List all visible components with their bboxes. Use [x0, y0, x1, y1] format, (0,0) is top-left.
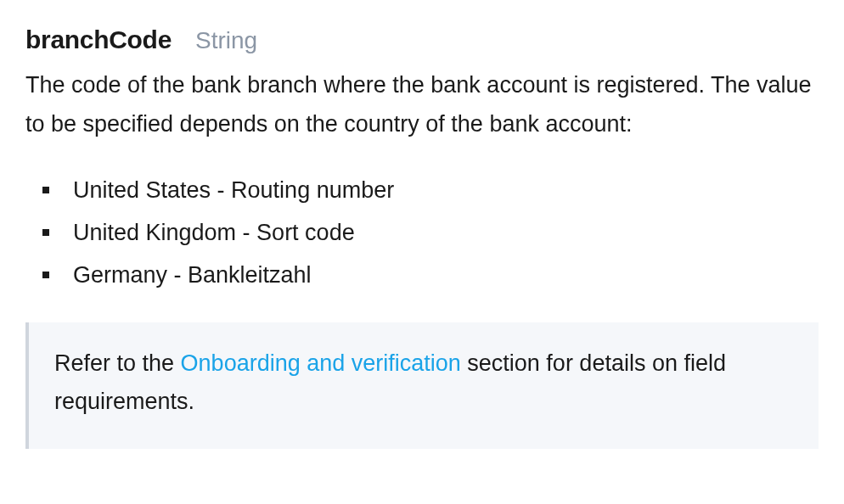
field-name: branchCode — [25, 25, 172, 54]
onboarding-verification-link[interactable]: Onboarding and verification — [181, 350, 461, 376]
list-item: United Kingdom - Sort code — [42, 212, 819, 255]
list-item: Germany - Bankleitzahl — [42, 255, 819, 297]
field-header: branchCode String — [25, 25, 819, 54]
field-description: The code of the bank branch where the ba… — [25, 66, 819, 144]
field-type: String — [195, 27, 257, 54]
list-item: United States - Routing number — [42, 170, 819, 212]
note-prefix-text: Refer to the — [54, 350, 181, 376]
bullet-list: United States - Routing number United Ki… — [25, 170, 819, 297]
note-box: Refer to the Onboarding and verification… — [25, 322, 819, 450]
